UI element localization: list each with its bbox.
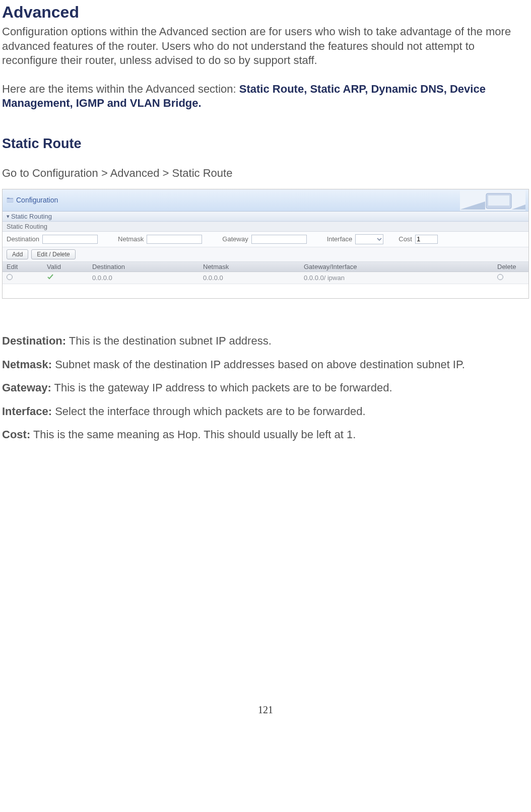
items-paragraph: Here are the items within the Advanced s… bbox=[2, 82, 529, 111]
def-destination: Destination: This is the destination sub… bbox=[2, 334, 529, 349]
def-interface: Interface: Select the interface through … bbox=[2, 404, 529, 419]
netmask-input[interactable] bbox=[147, 235, 202, 244]
config-panel: Configuration ▾Static Routing Static Rou… bbox=[2, 189, 529, 299]
col-dest: Destination bbox=[88, 262, 199, 272]
nav-path: Go to Configuration > Advanced > Static … bbox=[2, 167, 529, 180]
cell-destination: 0.0.0.0 bbox=[88, 272, 199, 284]
panel-titlebar: Configuration bbox=[3, 189, 528, 212]
valid-check-icon bbox=[47, 274, 54, 281]
routes-table: Edit Valid Destination Netmask Gateway/I… bbox=[3, 262, 528, 284]
page-number: 121 bbox=[2, 704, 529, 726]
collapse-icon[interactable]: ▾ bbox=[7, 213, 10, 220]
cost-label: Cost bbox=[399, 235, 412, 243]
interface-select[interactable] bbox=[355, 234, 383, 244]
netmask-label: Netmask bbox=[118, 235, 144, 243]
col-edit: Edit bbox=[3, 262, 43, 272]
col-gwif: Gateway/Interface bbox=[300, 262, 493, 272]
button-row: Add Edit / Delete bbox=[3, 247, 528, 262]
table-row: 0.0.0.0 0.0.0.0 0.0.0.0/ ipwan bbox=[3, 272, 528, 284]
destination-input[interactable] bbox=[42, 235, 98, 244]
cost-input[interactable] bbox=[415, 235, 438, 244]
add-button[interactable]: Add bbox=[7, 249, 28, 259]
svg-rect-2 bbox=[488, 195, 509, 206]
def-gateway: Gateway: This is the gateway IP address … bbox=[2, 381, 529, 395]
chevron-down-icon bbox=[377, 237, 382, 242]
col-valid: Valid bbox=[43, 262, 88, 272]
panel-graphic bbox=[460, 190, 525, 211]
def-cost: Cost: This is the same meaning as Hop. T… bbox=[2, 428, 529, 442]
gateway-input[interactable] bbox=[251, 235, 307, 244]
subsection-header: Static Routing bbox=[3, 222, 528, 232]
section-header-text: Static Routing bbox=[11, 213, 52, 220]
folder-icon bbox=[7, 196, 14, 204]
delete-radio[interactable] bbox=[497, 274, 503, 280]
edit-delete-button[interactable]: Edit / Delete bbox=[31, 249, 75, 259]
edit-radio[interactable] bbox=[7, 274, 13, 280]
form-row: Destination Netmask Gateway Interface Co… bbox=[3, 232, 528, 247]
gateway-label: Gateway bbox=[222, 235, 248, 243]
cell-netmask: 0.0.0.0 bbox=[199, 272, 300, 284]
destination-label: Destination bbox=[7, 235, 39, 243]
section-title: Static Route bbox=[2, 136, 529, 152]
interface-label: Interface bbox=[327, 235, 353, 243]
intro-paragraph: Configuration options within the Advance… bbox=[2, 25, 529, 68]
cell-gwif: 0.0.0.0/ ipwan bbox=[300, 272, 493, 284]
items-prefix: Here are the items within the Advanced s… bbox=[2, 83, 239, 95]
panel-title: Configuration bbox=[16, 196, 58, 204]
def-netmask: Netmask: Subnet mask of the destination … bbox=[2, 358, 529, 372]
section-header: ▾Static Routing bbox=[3, 212, 528, 222]
col-delete: Delete bbox=[493, 262, 528, 272]
page-title: Advanced bbox=[2, 3, 529, 22]
definitions: Destination: This is the destination sub… bbox=[2, 334, 529, 442]
col-netmask: Netmask bbox=[199, 262, 300, 272]
